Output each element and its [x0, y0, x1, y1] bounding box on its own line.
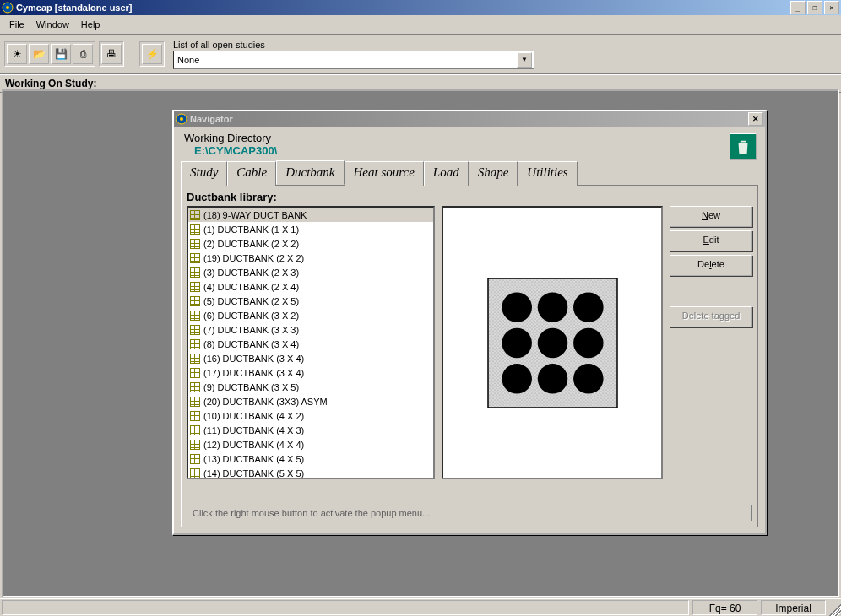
list-item[interactable]: (12) DUCTBANK (4 X 4)	[188, 437, 433, 451]
tab-content-ductbank: Ductbank library: (18) 9-WAY DUCT BANK(1…	[181, 186, 758, 527]
navigator-title: Navigator	[190, 114, 748, 124]
list-item[interactable]: (5) DUCTBANK (2 X 5)	[188, 294, 433, 308]
list-item-label: (1) DUCTBANK (1 X 1)	[203, 224, 299, 235]
svg-point-8	[502, 292, 532, 322]
list-item[interactable]: (20) DUCTBANK (3X3) ASYM	[188, 394, 433, 408]
navigator-titlebar[interactable]: Navigator ✕	[174, 111, 765, 127]
grid-icon	[190, 454, 200, 464]
resize-grip[interactable]	[827, 599, 841, 616]
list-item[interactable]: (7) DUCTBANK (3 X 3)	[188, 322, 433, 337]
status-fq: Fq= 60	[692, 600, 757, 615]
grid-icon	[190, 311, 200, 321]
open-icon[interactable]: 📂	[29, 44, 49, 64]
grid-icon	[190, 411, 200, 421]
list-item-label: (20) DUCTBANK (3X3) ASYM	[203, 397, 328, 407]
studies-list-label: List of all open studies	[173, 40, 534, 50]
svg-point-13	[573, 327, 604, 358]
svg-point-14	[502, 364, 532, 394]
close-button[interactable]: ✕	[824, 1, 839, 14]
grid-icon	[190, 368, 200, 378]
list-item[interactable]: (2) DUCTBANK (2 X 2)	[188, 236, 433, 251]
menu-window[interactable]: Window	[30, 19, 75, 30]
menubar: File Window Help	[0, 15, 841, 35]
maximize-button[interactable]: ❐	[807, 1, 822, 14]
list-item-label: (8) DUCTBANK (3 X 4)	[203, 339, 299, 349]
svg-point-9	[537, 292, 567, 322]
working-directory-path: E:\CYMCAP300\	[194, 144, 758, 157]
delete-button[interactable]: Delete	[670, 255, 752, 276]
grid-icon	[190, 325, 200, 335]
status-units: Imperial	[761, 600, 826, 615]
list-item[interactable]: (14) DUCTBANK (5 X 5)	[188, 466, 433, 479]
list-item[interactable]: (19) DUCTBANK (2 X 2)	[188, 251, 433, 265]
list-item-label: (12) DUCTBANK (4 X 4)	[203, 440, 304, 450]
ductbank-preview	[442, 206, 663, 479]
list-item-label: (9) DUCTBANK (3 X 5)	[203, 382, 299, 392]
list-item-label: (2) DUCTBANK (2 X 2)	[203, 239, 299, 249]
svg-point-10	[573, 292, 604, 322]
tab-load[interactable]: Load	[424, 161, 469, 186]
grid-icon	[190, 339, 200, 349]
list-item-label: (10) DUCTBANK (4 X 2)	[203, 411, 304, 421]
grid-icon	[190, 397, 200, 407]
tab-utilities[interactable]: Utilities	[518, 161, 577, 186]
list-item[interactable]: (11) DUCTBANK (4 X 3)	[188, 423, 433, 437]
mdi-client-area: Navigator ✕ Working Directory E:\CYMCAP3…	[2, 89, 839, 597]
new-button[interactable]: New	[670, 206, 752, 227]
list-item-label: (16) DUCTBANK (3 X 4)	[203, 354, 304, 364]
grid-icon	[190, 282, 200, 292]
list-item-label: (5) DUCTBANK (2 X 5)	[203, 296, 299, 306]
list-item-label: (19) DUCTBANK (2 X 2)	[203, 253, 304, 263]
studies-dropdown[interactable]: None ▼	[173, 51, 534, 69]
save-all-icon[interactable]: ⎙	[73, 44, 93, 64]
list-item[interactable]: (1) DUCTBANK (1 X 1)	[188, 222, 433, 236]
ductbank-library-label: Ductbank library:	[187, 191, 752, 203]
navigator-close-button[interactable]: ✕	[748, 112, 763, 126]
svg-point-16	[573, 364, 604, 394]
navigator-tabs: Study Cable Ductbank Heat source Load Sh…	[181, 160, 758, 186]
grid-icon	[190, 425, 200, 435]
menu-help[interactable]: Help	[75, 19, 106, 30]
main-titlebar: Cymcap [standalone user] _ ❐ ✕	[0, 0, 841, 15]
tab-cable[interactable]: Cable	[227, 161, 276, 186]
list-item[interactable]: (18) 9-WAY DUCT BANK	[188, 208, 433, 222]
list-item[interactable]: (4) DUCTBANK (2 X 4)	[188, 279, 433, 294]
tab-shape[interactable]: Shape	[469, 161, 518, 186]
tab-heat-source[interactable]: Heat source	[345, 161, 424, 186]
list-item[interactable]: (13) DUCTBANK (4 X 5)	[188, 451, 433, 466]
grid-icon	[190, 224, 200, 235]
svg-point-3	[180, 117, 183, 121]
list-item[interactable]: (3) DUCTBANK (2 X 3)	[188, 265, 433, 279]
ductbank-list[interactable]: (18) 9-WAY DUCT BANK(1) DUCTBANK (1 X 1)…	[187, 206, 435, 479]
menu-file[interactable]: File	[3, 19, 30, 30]
grid-icon	[190, 440, 200, 450]
list-item[interactable]: (8) DUCTBANK (3 X 4)	[188, 337, 433, 351]
list-item[interactable]: (17) DUCTBANK (3 X 4)	[188, 365, 433, 380]
tab-study[interactable]: Study	[181, 161, 227, 186]
minimize-button[interactable]: _	[790, 1, 806, 14]
navigator-window: Navigator ✕ Working Directory E:\CYMCAP3…	[172, 110, 767, 535]
save-icon[interactable]: 💾	[51, 44, 71, 64]
grid-icon	[190, 210, 200, 220]
list-item[interactable]: (10) DUCTBANK (4 X 2)	[188, 408, 433, 423]
hint-bar: Click the right mouse button to activate…	[187, 505, 752, 521]
svg-point-11	[502, 327, 532, 358]
run-icon[interactable]: ⚡	[142, 44, 162, 64]
list-item-label: (17) DUCTBANK (3 X 4)	[203, 368, 304, 378]
print-icon[interactable]: 🖶	[101, 44, 122, 64]
list-item[interactable]: (9) DUCTBANK (3 X 5)	[188, 380, 433, 394]
list-item[interactable]: (16) DUCTBANK (3 X 4)	[188, 351, 433, 365]
ductbank-buttons: New Edit Delete Delete tagged	[670, 206, 752, 476]
list-item-label: (11) DUCTBANK (4 X 3)	[203, 425, 304, 435]
ductbank-diagram	[487, 278, 618, 408]
new-study-icon[interactable]: ☀	[7, 44, 27, 64]
list-item-label: (14) DUCTBANK (5 X 5)	[203, 468, 304, 478]
chevron-down-icon[interactable]: ▼	[517, 52, 532, 68]
trash-icon[interactable]	[730, 133, 757, 160]
list-item[interactable]: (6) DUCTBANK (3 X 2)	[188, 308, 433, 322]
toolbar: ☀ 📂 💾 ⎙ 🖶 ⚡ List of all open studies Non…	[0, 35, 841, 74]
studies-value: None	[177, 55, 199, 65]
edit-button[interactable]: Edit	[670, 230, 752, 251]
tab-ductbank[interactable]: Ductbank	[276, 160, 344, 185]
app-title: Cymcap [standalone user]	[16, 3, 790, 13]
